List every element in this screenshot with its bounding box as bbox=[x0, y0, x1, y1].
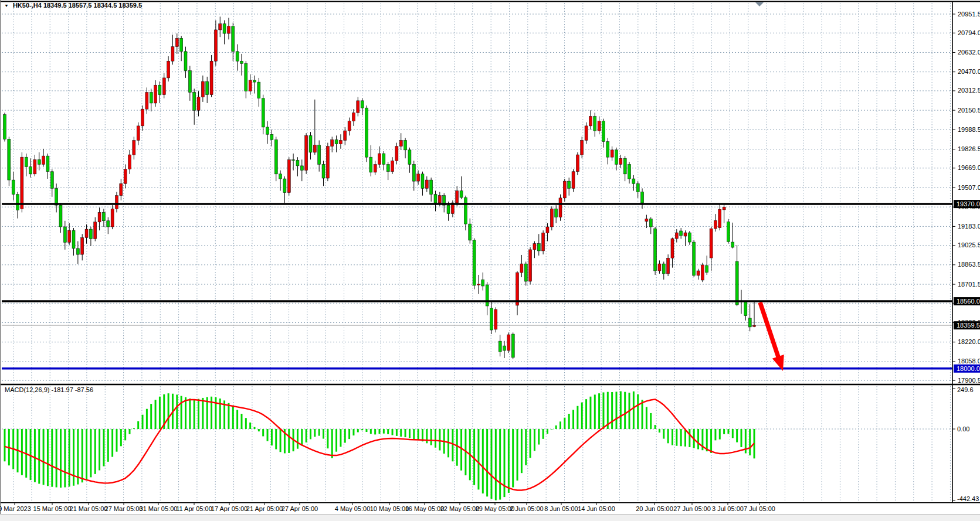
symbol-ohlc-text: HK50-,H4 18349.5 18557.5 18344.5 18359.5 bbox=[13, 2, 142, 9]
svg-text:17 Apr 05:00: 17 Apr 05:00 bbox=[211, 505, 247, 512]
svg-text:19507.0: 19507.0 bbox=[958, 184, 980, 191]
svg-text:14 Jun 05:00: 14 Jun 05:00 bbox=[578, 505, 615, 512]
svg-text:19988.5: 19988.5 bbox=[958, 126, 980, 133]
svg-text:8 Jun 05:00: 8 Jun 05:00 bbox=[544, 505, 578, 512]
svg-text:20470.0: 20470.0 bbox=[958, 68, 980, 75]
svg-text:18560.0: 18560.0 bbox=[957, 298, 980, 305]
svg-text:19183.0: 19183.0 bbox=[958, 223, 980, 230]
svg-text:16 May 05:00: 16 May 05:00 bbox=[405, 505, 445, 512]
svg-text:7 Jul 05:00: 7 Jul 05:00 bbox=[744, 505, 775, 512]
svg-text:18701.5: 18701.5 bbox=[958, 281, 980, 288]
svg-text:9 Mar 2023: 9 Mar 2023 bbox=[0, 505, 31, 512]
svg-text:22 May 05:00: 22 May 05:00 bbox=[440, 505, 480, 512]
svg-text:18863.5: 18863.5 bbox=[958, 261, 980, 268]
svg-text:19025.5: 19025.5 bbox=[958, 241, 980, 248]
svg-text:29 May 05:00: 29 May 05:00 bbox=[476, 505, 515, 512]
svg-text:18000.0: 18000.0 bbox=[957, 365, 980, 372]
mt4-chart-window: 20951.520794.020632.020470.020312.520150… bbox=[0, 0, 980, 521]
svg-text:20951.5: 20951.5 bbox=[958, 11, 980, 18]
svg-text:0.00: 0.00 bbox=[957, 425, 969, 433]
symbol-dropdown-icon[interactable]: ▼ bbox=[4, 3, 9, 8]
svg-text:20 Jun 05:00: 20 Jun 05:00 bbox=[636, 505, 673, 512]
svg-text:20794.0: 20794.0 bbox=[958, 29, 980, 36]
svg-text:31 Mar 05:00: 31 Mar 05:00 bbox=[140, 505, 178, 512]
svg-text:20632.0: 20632.0 bbox=[958, 49, 980, 56]
svg-text:18058.0: 18058.0 bbox=[958, 357, 980, 365]
svg-text:27 Mar 05:00: 27 Mar 05:00 bbox=[105, 505, 143, 512]
symbol-info: ▼ HK50-,H4 18349.5 18557.5 18344.5 18359… bbox=[4, 2, 142, 9]
svg-text:20150.5: 20150.5 bbox=[958, 107, 980, 114]
svg-text:2 Jun 05:00: 2 Jun 05:00 bbox=[510, 505, 544, 512]
svg-text:19826.5: 19826.5 bbox=[958, 145, 980, 152]
price-chart-canvas[interactable]: 20951.520794.020632.020470.020312.520150… bbox=[0, 0, 980, 521]
status-bar bbox=[0, 514, 980, 521]
svg-text:27 Apr 05:00: 27 Apr 05:00 bbox=[282, 505, 318, 512]
svg-text:21 Mar 05:00: 21 Mar 05:00 bbox=[70, 505, 108, 512]
svg-text:15 Mar 05:00: 15 Mar 05:00 bbox=[33, 505, 72, 512]
svg-text:17900.5: 17900.5 bbox=[958, 377, 980, 384]
macd-indicator-label: MACD(12,26,9) -181.97 -87.56 bbox=[5, 386, 93, 393]
svg-text:3 Jul 05:00: 3 Jul 05:00 bbox=[712, 505, 744, 512]
svg-text:19370.0: 19370.0 bbox=[957, 200, 980, 207]
svg-text:4 May 05:00: 4 May 05:00 bbox=[335, 505, 371, 512]
svg-text:19669.0: 19669.0 bbox=[958, 164, 980, 171]
svg-text:27 Jun 05:00: 27 Jun 05:00 bbox=[673, 505, 711, 512]
svg-text:21 Apr 05:00: 21 Apr 05:00 bbox=[246, 505, 283, 512]
svg-text:11 Apr 05:00: 11 Apr 05:00 bbox=[176, 505, 212, 512]
svg-text:18220.0: 18220.0 bbox=[958, 338, 980, 345]
svg-text:249.6: 249.6 bbox=[957, 386, 974, 393]
svg-text:20312.5: 20312.5 bbox=[958, 87, 980, 94]
svg-text:18359.5: 18359.5 bbox=[957, 322, 980, 329]
svg-text:-442.43: -442.43 bbox=[957, 495, 979, 502]
svg-text:10 May 05:00: 10 May 05:00 bbox=[370, 505, 409, 512]
